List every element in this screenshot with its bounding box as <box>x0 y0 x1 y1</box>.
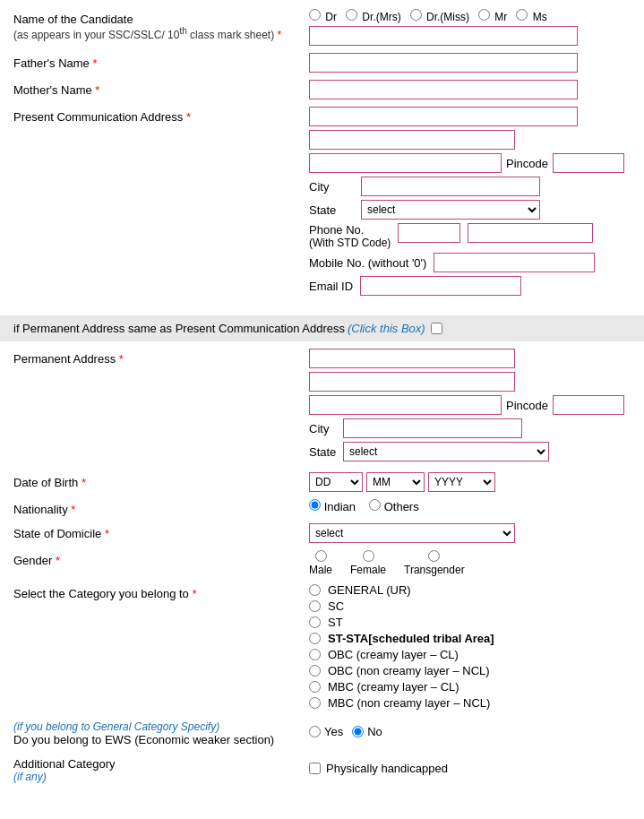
title-mr-label[interactable]: Mr <box>478 9 507 23</box>
category-mbc-ncl-text: MBC (non creamy layer – NCL) <box>328 696 490 710</box>
present-state-select[interactable]: select <box>361 200 540 220</box>
category-st-sta-radio[interactable] <box>309 633 321 644</box>
dob-row: DD MM YYYY <box>309 472 631 492</box>
additional-category-label: Additional Category <box>13 757 300 771</box>
candidate-name-input[interactable] <box>309 26 578 46</box>
present-phone-std-input[interactable] <box>398 223 460 243</box>
present-phone-input[interactable] <box>468 223 593 243</box>
present-address-line3-input[interactable] <box>309 153 502 173</box>
category-obc-ncl-label[interactable]: OBC (non creamy layer – NCL) <box>309 664 631 677</box>
nationality-indian-text: Indian <box>324 500 356 513</box>
category-sc-text: SC <box>328 599 344 613</box>
title-drmiss-label[interactable]: Dr.(Miss) <box>410 9 469 23</box>
category-sc-radio[interactable] <box>309 600 321 612</box>
gender-transgender-radio[interactable] <box>428 550 440 562</box>
phone-label: Phone No. <box>309 223 391 237</box>
category-obc-cl-label[interactable]: OBC (creamy layer – CL) <box>309 648 631 661</box>
category-mbc-ncl-label[interactable]: MBC (non creamy layer – NCL) <box>309 696 631 710</box>
present-mobile-input[interactable] <box>434 253 595 272</box>
nationality-others-text: Others <box>384 500 419 513</box>
category-sc-label[interactable]: SC <box>309 599 631 613</box>
gender-radio-group: Male Female Transgender <box>309 550 631 576</box>
mother-name-input[interactable] <box>309 80 578 99</box>
category-obc-cl-radio[interactable] <box>309 649 321 660</box>
dob-mm-select[interactable]: MM <box>366 472 425 492</box>
title-drmrs-label[interactable]: Dr.(Mrs) <box>346 9 401 23</box>
nationality-others-radio[interactable] <box>369 499 381 511</box>
gender-male-label[interactable]: Male <box>309 550 332 576</box>
state-domicile-label: State of Domicile <box>13 527 101 540</box>
present-address-line1-input[interactable] <box>309 107 578 126</box>
dob-label: Date of Birth <box>13 476 78 489</box>
state-label: State <box>309 203 354 217</box>
mother-required: * <box>95 83 99 97</box>
title-radio-group: Dr Dr.(Mrs) Dr.(Miss) Mr Ms <box>309 9 631 23</box>
perm-address-line3-input[interactable] <box>309 395 502 415</box>
ews-no-label[interactable]: No <box>352 725 382 738</box>
gender-male-text: Male <box>309 564 332 576</box>
category-mbc-cl-radio[interactable] <box>309 681 321 693</box>
ews-no-radio[interactable] <box>352 726 364 737</box>
nationality-label: Nationality <box>13 503 68 516</box>
nationality-indian-radio[interactable] <box>309 499 321 511</box>
nationality-indian-label[interactable]: Indian <box>309 499 356 513</box>
ews-yes-text: Yes <box>324 725 343 738</box>
mobile-label: Mobile No. (without '0') <box>309 256 426 270</box>
title-drmiss-radio[interactable] <box>410 9 422 21</box>
category-st-radio[interactable] <box>309 616 321 628</box>
perm-address-line2-input[interactable] <box>309 372 515 392</box>
title-ms-label[interactable]: Ms <box>516 9 546 23</box>
perm-address-line1-input[interactable] <box>309 349 515 368</box>
perm-state-select[interactable]: select <box>343 442 549 461</box>
ews-no-text: No <box>367 725 382 738</box>
category-required: * <box>192 587 196 600</box>
physically-handicapped-label: Physically handicapped <box>326 762 448 775</box>
dob-yyyy-select[interactable]: YYYY <box>428 472 495 492</box>
perm-city-input[interactable] <box>343 418 522 438</box>
additional-category-sublabel: (if any) <box>13 771 300 783</box>
category-mbc-ncl-radio[interactable] <box>309 697 321 709</box>
gender-label: Gender <box>13 554 52 567</box>
gender-transgender-label[interactable]: Transgender <box>404 550 465 576</box>
state-domicile-select[interactable]: select <box>309 523 515 543</box>
required-marker: * <box>277 29 281 41</box>
present-city-input[interactable] <box>361 177 540 196</box>
dob-dd-select[interactable]: DD <box>309 472 363 492</box>
gender-male-radio[interactable] <box>315 550 327 562</box>
perm-same-checkbox[interactable] <box>431 323 442 334</box>
perm-pincode-input[interactable] <box>553 395 624 415</box>
title-ms-radio[interactable] <box>516 9 528 21</box>
perm-same-text: if Permanent Address same as Present Com… <box>13 322 345 335</box>
ews-yes-label[interactable]: Yes <box>309 725 343 738</box>
physically-handicapped-checkbox[interactable] <box>309 763 321 774</box>
ews-label: Do you belong to EWS (Economic weaker se… <box>13 733 300 746</box>
category-mbc-cl-label[interactable]: MBC (creamy layer – CL) <box>309 680 631 694</box>
dob-required: * <box>82 476 86 489</box>
category-general-label[interactable]: GENERAL (UR) <box>309 583 631 597</box>
category-st-sta-label[interactable]: ST-STA[scheduled tribal Area] <box>309 632 631 645</box>
present-pincode-input[interactable] <box>553 153 624 173</box>
perm-required: * <box>119 352 124 366</box>
title-drmrs-radio[interactable] <box>346 9 357 21</box>
category-obc-cl-text: OBC (creamy layer – CL) <box>328 648 459 661</box>
permanent-address-label: Permanent Address <box>13 352 116 366</box>
ews-row: Yes No <box>309 725 631 738</box>
title-mr-radio[interactable] <box>478 9 490 21</box>
perm-state-label: State <box>309 445 336 459</box>
city-label: City <box>309 180 354 194</box>
ews-sublabel: (if you belong to General Category Speci… <box>13 720 300 733</box>
gender-female-radio[interactable] <box>363 550 374 562</box>
title-dr-radio[interactable] <box>309 9 321 21</box>
ews-yes-radio[interactable] <box>309 726 321 737</box>
category-st-label[interactable]: ST <box>309 616 631 629</box>
category-obc-ncl-radio[interactable] <box>309 665 321 677</box>
present-address-line2-input[interactable] <box>309 130 515 150</box>
title-dr-label[interactable]: Dr <box>309 9 337 23</box>
father-name-input[interactable] <box>309 53 578 73</box>
gender-female-label[interactable]: Female <box>350 550 386 576</box>
nationality-others-label[interactable]: Others <box>369 499 419 513</box>
perm-pincode-label: Pincode <box>506 399 548 412</box>
category-general-radio[interactable] <box>309 584 321 596</box>
present-email-input[interactable] <box>360 276 521 296</box>
gender-female-text: Female <box>350 564 386 576</box>
